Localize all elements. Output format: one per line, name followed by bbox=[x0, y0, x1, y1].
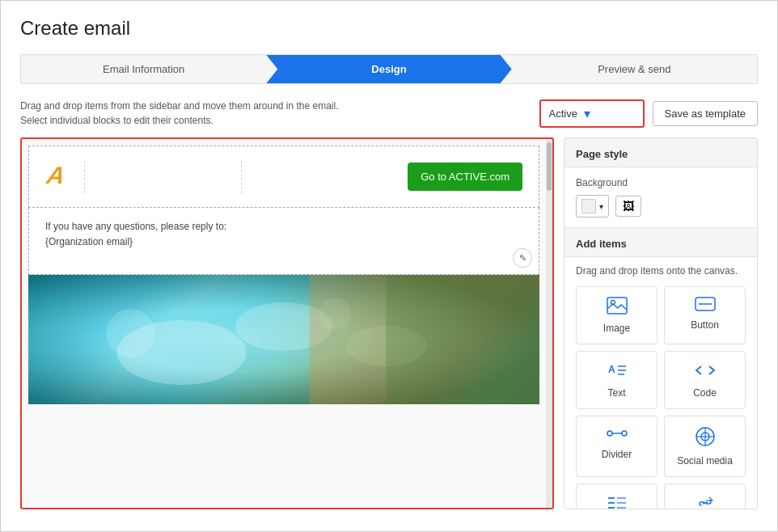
svg-text:A: A bbox=[608, 364, 615, 375]
col-divider-1 bbox=[84, 161, 241, 193]
image-icon: 🖼 bbox=[623, 200, 634, 213]
svg-text:A: A bbox=[44, 162, 66, 188]
canvas-scrollbar[interactable] bbox=[546, 139, 552, 508]
chevron-down-icon: ▾ bbox=[584, 106, 590, 121]
sidebar-background-label: Background bbox=[576, 177, 746, 188]
item-label-code: Code bbox=[693, 387, 717, 399]
item-tile-program[interactable]: Program details bbox=[576, 483, 657, 509]
item-label-divider: Divider bbox=[602, 449, 632, 460]
scrollbar-thumb bbox=[547, 142, 552, 191]
item-label-social: Social media bbox=[677, 455, 733, 467]
item-tile-social[interactable]: Social media bbox=[664, 416, 746, 477]
item-label-button: Button bbox=[691, 319, 719, 331]
add-items-section: Drag and drop items onto the canvas. Ima… bbox=[564, 257, 757, 509]
bg-controls: ▾ 🖼 bbox=[576, 195, 746, 217]
step-email-information[interactable]: Email Information bbox=[21, 55, 266, 83]
chevron-down-icon: ▾ bbox=[599, 202, 603, 211]
item-label-text: Text bbox=[607, 387, 625, 399]
toolbar-hint: Drag and drop items from the sidebar and… bbox=[20, 99, 339, 128]
text-icon: A bbox=[607, 361, 628, 382]
item-label-image: Image bbox=[603, 323, 630, 334]
active-status-dropdown[interactable]: Active ▾ bbox=[539, 99, 645, 128]
save-template-button[interactable]: Save as template bbox=[653, 101, 758, 126]
button-icon bbox=[695, 297, 716, 315]
social-media-icon bbox=[695, 426, 716, 450]
code-icon bbox=[695, 361, 716, 382]
stepper: Email Information Design Preview & send bbox=[20, 54, 758, 84]
sidebar-add-items-title: Add items bbox=[564, 228, 757, 257]
email-canvas: A Go to ACTIVE.com If you have any quest… bbox=[20, 137, 554, 509]
canvas-inner: A Go to ACTIVE.com If you have any quest… bbox=[22, 139, 546, 411]
bg-image-button[interactable]: 🖼 bbox=[615, 196, 641, 217]
toolbar-row: Drag and drop items from the sidebar and… bbox=[20, 99, 758, 128]
step-preview-send[interactable]: Preview & send bbox=[512, 55, 757, 83]
sidebar-panel: Page style Background ▾ 🖼 Add items Drag… bbox=[564, 137, 758, 509]
divider-icon bbox=[607, 426, 628, 444]
item-tile-text[interactable]: A Text bbox=[576, 351, 657, 409]
svg-point-17 bbox=[607, 431, 612, 436]
items-grid: Image Button bbox=[576, 286, 746, 509]
page-title: Create email bbox=[20, 17, 758, 40]
add-items-hint: Drag and drop items onto the canvas. bbox=[576, 265, 746, 277]
toolbar-right: Active ▾ Save as template bbox=[539, 99, 758, 128]
sidebar-background-section: Background ▾ 🖼 bbox=[564, 167, 757, 228]
email-header-block[interactable]: A Go to ACTIVE.com bbox=[28, 146, 539, 208]
col-divider-2 bbox=[241, 161, 398, 193]
main-content: A Go to ACTIVE.com If you have any quest… bbox=[20, 137, 758, 509]
svg-point-19 bbox=[622, 431, 627, 436]
email-image-block[interactable] bbox=[28, 275, 539, 404]
step-design[interactable]: Design bbox=[266, 55, 511, 83]
svg-point-5 bbox=[106, 309, 154, 357]
page-wrapper: Create email Email Information Design Pr… bbox=[0, 0, 778, 532]
bg-color-picker[interactable]: ▾ bbox=[576, 195, 609, 217]
go-active-button[interactable]: Go to ACTIVE.com bbox=[408, 163, 522, 191]
sidebar-page-style-title: Page style bbox=[564, 138, 757, 167]
program-details-icon bbox=[607, 494, 628, 509]
item-tile-image[interactable]: Image bbox=[576, 286, 657, 344]
edit-icon[interactable]: ✎ bbox=[513, 248, 532, 268]
svg-rect-8 bbox=[386, 275, 539, 404]
item-tile-divider[interactable]: Divider bbox=[576, 416, 657, 477]
item-tile-document[interactable]: Document links bbox=[664, 483, 746, 509]
email-logo: A bbox=[42, 159, 78, 194]
image-icon bbox=[607, 297, 628, 318]
item-tile-code[interactable]: Code bbox=[664, 351, 746, 409]
color-swatch bbox=[581, 199, 596, 213]
document-links-icon bbox=[695, 494, 716, 509]
item-tile-button[interactable]: Button bbox=[664, 286, 746, 344]
email-footer-block[interactable]: If you have any questions, please reply … bbox=[28, 208, 539, 275]
footer-text: If you have any questions, please reply … bbox=[45, 219, 522, 250]
